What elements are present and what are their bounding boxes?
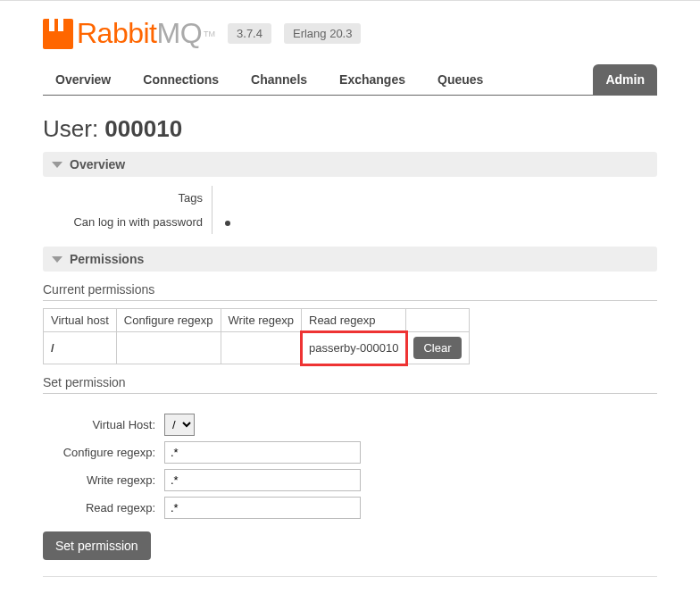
label-vhost: Virtual Host: — [43, 418, 164, 431]
cell-configure — [116, 332, 221, 364]
select-vhost[interactable]: / — [164, 414, 195, 436]
permissions-row: / passerby-000010 Clear — [44, 332, 470, 364]
input-write[interactable] — [164, 469, 361, 491]
cell-action: Clear — [406, 332, 469, 364]
overview-table: Tags Can log in with password — [43, 186, 657, 234]
rabbitmq-logo-icon — [43, 19, 73, 49]
section-permissions-title: Permissions — [70, 252, 144, 266]
input-read[interactable] — [164, 497, 361, 519]
tab-channels[interactable]: Channels — [238, 64, 320, 95]
tab-exchanges[interactable]: Exchanges — [327, 64, 418, 95]
chevron-down-icon — [52, 256, 62, 263]
cell-write — [221, 332, 301, 364]
section-overview-title: Overview — [70, 157, 125, 172]
col-read: Read regexp — [302, 309, 406, 332]
tab-connections[interactable]: Connections — [130, 64, 231, 95]
col-action — [406, 309, 469, 332]
label-read: Read regexp: — [43, 501, 164, 515]
divider — [43, 576, 657, 577]
input-configure[interactable] — [164, 441, 361, 464]
logo: RabbitMQTM — [43, 17, 215, 50]
header: RabbitMQTM 3.7.4 Erlang 20.3 — [43, 17, 657, 50]
permissions-table: Virtual host Configure regexp Write rege… — [43, 308, 470, 364]
form-row-read: Read regexp: — [43, 497, 657, 519]
section-permissions-toggle[interactable]: Permissions — [43, 247, 657, 272]
tab-queues[interactable]: Queues — [425, 64, 496, 95]
set-permission-button[interactable]: Set permission — [43, 531, 151, 560]
cell-vhost: / — [44, 332, 117, 364]
chevron-down-icon — [52, 162, 62, 168]
clear-button[interactable]: Clear — [413, 337, 461, 359]
tab-overview[interactable]: Overview — [43, 64, 123, 95]
current-permissions-heading: Current permissions — [43, 282, 657, 301]
form-row-vhost: Virtual Host: / — [43, 414, 657, 436]
erlang-pill: Erlang 20.3 — [284, 23, 362, 44]
label-configure: Configure regexp: — [43, 446, 164, 459]
label-write: Write regexp: — [43, 473, 164, 487]
page-title-prefix: User: — [43, 115, 104, 142]
section-overview-toggle[interactable]: Overview — [43, 152, 657, 177]
logo-text-rabbit: Rabbit — [77, 17, 157, 50]
permissions-header-row: Virtual host Configure regexp Write rege… — [44, 309, 470, 332]
col-vhost: Virtual host — [44, 309, 117, 332]
overview-value-login — [212, 210, 230, 234]
logo-text-mq: MQ — [157, 17, 203, 50]
overview-row-tags: Tags — [43, 186, 657, 210]
logo-tm: TM — [204, 29, 215, 38]
version-pill: 3.7.4 — [228, 23, 271, 44]
tab-admin[interactable]: Admin — [593, 64, 657, 95]
page-title-username: 000010 — [104, 115, 182, 142]
nav-tabs: Overview Connections Channels Exchanges … — [43, 64, 657, 96]
cell-read: passerby-000010 — [302, 332, 406, 364]
overview-label-login: Can log in with password — [43, 210, 212, 234]
col-configure: Configure regexp — [116, 309, 221, 332]
form-row-configure: Configure regexp: — [43, 441, 657, 464]
overview-value-tags — [212, 193, 225, 204]
overview-row-login: Can log in with password — [43, 210, 657, 234]
page-title: User: 000010 — [43, 115, 657, 143]
form-row-write: Write regexp: — [43, 469, 657, 491]
col-write: Write regexp — [221, 309, 301, 332]
set-permission-heading: Set permission — [43, 375, 657, 394]
dot-icon — [225, 221, 230, 226]
overview-label-tags: Tags — [43, 186, 212, 210]
